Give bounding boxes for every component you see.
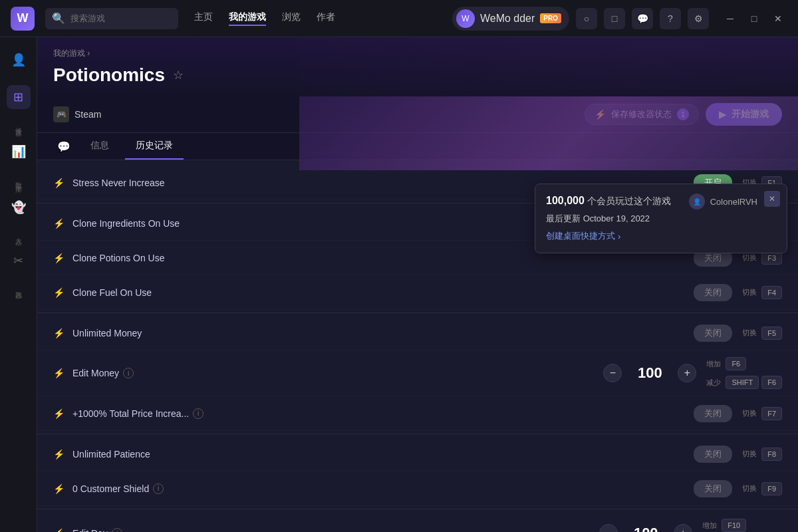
toggle-unlimited-money[interactable]: 关闭 bbox=[694, 325, 732, 342]
day-decrease-btn[interactable]: − bbox=[599, 524, 618, 532]
app-logo[interactable]: W bbox=[11, 7, 35, 31]
bolt-icon: ⚡ bbox=[53, 328, 65, 338]
key-shortcuts-edit-day: 增加 F10 减少 SHIFT F10 bbox=[700, 519, 782, 532]
item-name-price-increase: +1000% Total Price Increa... i bbox=[72, 408, 686, 419]
trainer-item-price-increase: ⚡ +1000% Total Price Increa... i 关闭 切换 F… bbox=[37, 396, 798, 431]
key-shortcuts-clone-fuel: 切换 F4 bbox=[740, 286, 782, 299]
bolt-icon: ⚡ bbox=[53, 253, 65, 263]
close-button[interactable]: ✕ bbox=[769, 9, 787, 28]
toggle-unlimited-patience[interactable]: 关闭 bbox=[694, 446, 732, 463]
platform-tag: 🎮 Steam bbox=[53, 106, 101, 122]
tab-history[interactable]: 历史记录 bbox=[125, 133, 184, 160]
bolt-icon: ⚡ bbox=[53, 178, 65, 188]
money-increase-btn[interactable]: + bbox=[678, 364, 696, 382]
sidebar-icon-ghost[interactable]: 👻 bbox=[7, 196, 31, 219]
left-sidebar: 👤 ⊞ 修改器 📊 数据十库 👻 人器 ✂ 跑器 bbox=[0, 37, 37, 532]
bolt-icon: ⚡ bbox=[53, 368, 65, 378]
bolt-icon: ⚡ bbox=[53, 408, 65, 419]
username-label: WeMo dder bbox=[480, 13, 535, 25]
key-shortcuts-price: 切换 F7 bbox=[740, 407, 782, 420]
bolt-icon: ⚡ bbox=[53, 287, 65, 298]
search-input[interactable] bbox=[70, 13, 177, 23]
item-name-unlimited-money: Unlimited Money bbox=[72, 328, 686, 338]
sidebar-icon-scissors[interactable]: ✂ bbox=[7, 249, 31, 273]
page-title-row: Potionomics ☆ bbox=[53, 65, 782, 86]
info-user: 👤 ColonelRVH bbox=[689, 194, 757, 209]
key-shortcuts-unlimited-money: 切换 F5 bbox=[740, 327, 782, 340]
minimize-button[interactable]: ─ bbox=[721, 9, 739, 28]
item-name-clone-potions: Clone Potions On Use bbox=[72, 253, 686, 263]
info-panel-close-button[interactable]: ✕ bbox=[764, 191, 780, 207]
key-group-increase-day: 增加 F10 bbox=[700, 519, 782, 532]
trainer-item-unlimited-patience: ⚡ Unlimited Patience 关闭 切换 F8 bbox=[37, 437, 798, 471]
steam-icon: 🎮 bbox=[53, 106, 69, 122]
key-group: 切换 F8 bbox=[740, 448, 782, 461]
breadcrumb-parent[interactable]: 我的游戏 bbox=[53, 49, 85, 58]
info-icon-price[interactable]: i bbox=[193, 408, 203, 419]
main-layout: 👤 ⊞ 修改器 📊 数据十库 👻 人器 ✂ 跑器 我的游戏 › Potiono bbox=[0, 37, 798, 532]
discord-icon-btn[interactable]: 💬 bbox=[632, 8, 653, 29]
tab-info[interactable]: 信息 bbox=[80, 133, 120, 160]
sidebar-icon-database[interactable]: 数据十库 bbox=[7, 177, 31, 182]
divider-4 bbox=[37, 509, 798, 509]
number-editor-day: − 100 + bbox=[599, 524, 692, 532]
money-decrease-btn[interactable]: − bbox=[603, 364, 622, 382]
chat-icon-btn[interactable]: 💬 bbox=[53, 136, 74, 157]
nav-right: W WeMo dder PRO ○ □ 💬 ? ⚙ ─ □ ✕ bbox=[452, 7, 787, 31]
trainer-item-clone-fuel: ⚡ Clone Fuel On Use 关闭 切换 F4 bbox=[37, 275, 798, 310]
key-shortcuts-patience: 切换 F8 bbox=[740, 448, 782, 461]
nav-author[interactable]: 作者 bbox=[317, 11, 335, 26]
nav-browse[interactable]: 浏览 bbox=[282, 11, 301, 26]
info-icon-day[interactable]: i bbox=[112, 528, 122, 532]
day-value: 100 bbox=[626, 525, 666, 532]
toggle-customer-shield[interactable]: 关闭 bbox=[694, 480, 732, 497]
sidebar-icon-modifier[interactable]: 修改器 bbox=[7, 122, 31, 126]
toggle-price-increase[interactable]: 关闭 bbox=[694, 405, 732, 422]
avatar: W bbox=[456, 9, 475, 28]
key-group: 切换 F5 bbox=[740, 327, 782, 340]
bolt-icon: ⚡ bbox=[53, 449, 65, 460]
sidebar-icon-scissors-gear[interactable]: 跑器 bbox=[7, 286, 31, 289]
search-box[interactable]: 🔍 bbox=[45, 8, 178, 29]
key-group-increase: 增加 F6 bbox=[704, 357, 746, 370]
user-badge[interactable]: W WeMo dder PRO bbox=[452, 7, 569, 31]
key-shortcuts-edit-money: 增加 F6 减少 SHIFT F6 bbox=[704, 357, 782, 389]
nav-home[interactable]: 主页 bbox=[194, 11, 213, 26]
content-area: 我的游戏 › Potionomics ☆ 🎮 Steam ⚡ 保存修改器状态 1 bbox=[37, 37, 798, 532]
sidebar-icon-user[interactable]: 👤 bbox=[7, 48, 31, 72]
info-icon-shield[interactable]: i bbox=[153, 483, 164, 494]
favorite-icon[interactable]: ☆ bbox=[173, 68, 184, 82]
key-group: 切换 F4 bbox=[740, 286, 782, 299]
bolt-icon: ⚡ bbox=[53, 218, 65, 229]
sidebar-icon-grid[interactable]: ⊞ bbox=[7, 85, 31, 109]
divider-3 bbox=[37, 434, 798, 434]
sidebar-icon-chart[interactable]: 📊 bbox=[7, 140, 31, 164]
maximize-button[interactable]: □ bbox=[745, 9, 763, 28]
pro-badge: PRO bbox=[540, 13, 561, 23]
help-icon-btn[interactable]: ? bbox=[660, 8, 681, 29]
toggle-clone-fuel[interactable]: 关闭 bbox=[694, 284, 732, 301]
sidebar-icon-ghost-gear[interactable]: 人器 bbox=[7, 233, 31, 235]
search-icon: 🔍 bbox=[52, 12, 65, 25]
info-date: 最后更新 October 19, 2022 bbox=[546, 213, 776, 225]
window-icon-btn[interactable]: □ bbox=[604, 8, 625, 29]
breadcrumb: 我的游戏 › bbox=[53, 48, 782, 59]
number-editor-money: − 100 + bbox=[603, 364, 696, 382]
bolt-icon: ⚡ bbox=[53, 528, 65, 532]
day-increase-btn[interactable]: + bbox=[674, 524, 692, 532]
page-header: 我的游戏 › Potionomics ☆ bbox=[37, 37, 798, 96]
key-group: 切换 F9 bbox=[740, 482, 782, 495]
nav-my-games[interactable]: 我的游戏 bbox=[229, 11, 266, 26]
trainer-item-customer-shield: ⚡ 0 Customer Shield i 关闭 切换 F9 bbox=[37, 471, 798, 506]
settings-icon-btn[interactable]: ⚙ bbox=[688, 8, 709, 29]
money-value: 100 bbox=[630, 364, 670, 382]
info-icon-edit-money[interactable]: i bbox=[123, 368, 134, 378]
create-shortcut-link[interactable]: 创建桌面快捷方式 › bbox=[546, 230, 776, 242]
profile-icon-btn[interactable]: ○ bbox=[576, 8, 597, 29]
trainer-item-edit-day: ⚡ Edit Day i − 100 + 增加 F10 bbox=[37, 512, 798, 532]
key-shortcuts-shield: 切换 F9 bbox=[740, 482, 782, 495]
trainer-item-unlimited-money: ⚡ Unlimited Money 关闭 切换 F5 bbox=[37, 316, 798, 350]
bolt-icon: ⚡ bbox=[53, 483, 65, 494]
breadcrumb-separator: › bbox=[87, 49, 90, 58]
window-controls: ─ □ ✕ bbox=[721, 9, 787, 28]
